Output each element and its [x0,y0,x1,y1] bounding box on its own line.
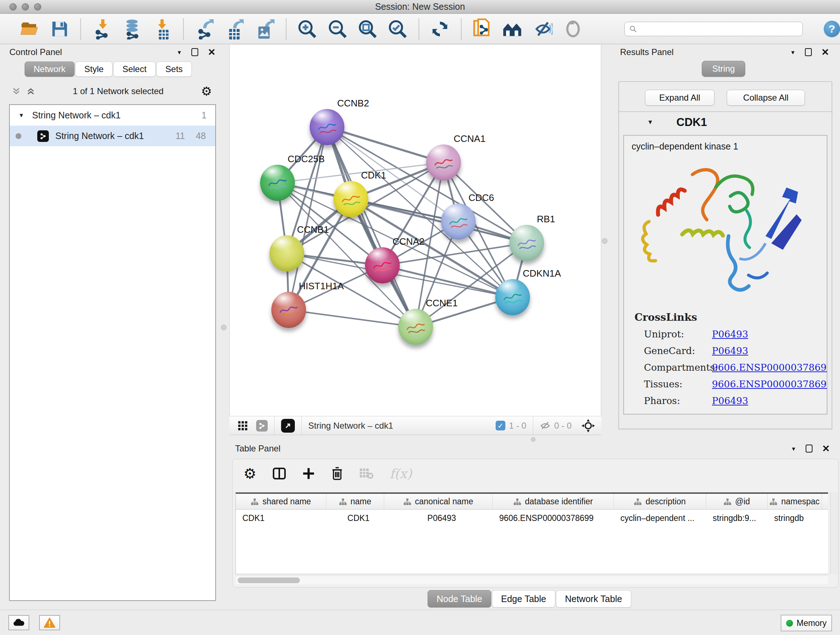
column-header-shared-name[interactable]: shared name [236,494,326,509]
collapse-all-button[interactable]: Collapse All [727,90,805,106]
network-node-cdkn1a[interactable] [495,279,530,315]
tab-sets[interactable]: Sets [156,62,192,77]
cloud-button[interactable] [8,615,29,630]
panel-float-icon[interactable] [191,48,198,56]
crosslink-link[interactable]: P06493 [712,395,748,406]
tab-select[interactable]: Select [113,62,156,77]
tab-node-table[interactable]: Node Table [428,590,491,608]
table-cell[interactable]: cyclin–dependent ... [614,513,706,523]
traffic-lights[interactable] [9,3,41,11]
tab-style[interactable]: Style [75,62,112,77]
delete-table-icon[interactable] [359,467,374,480]
network-node-hist1h1a[interactable] [271,292,306,328]
memory-button[interactable]: Memory [781,615,832,631]
network-canvas[interactable]: CCNB2CCNA1CDC25BCDK1CDC6RB1CCNB1CCNA2CDK… [229,45,601,416]
network-node-ccnb2[interactable] [309,109,344,145]
panel-menu-icon[interactable]: ▼ [791,446,796,452]
export-image-button[interactable] [255,19,275,40]
panel-menu-icon[interactable]: ▼ [790,49,796,55]
tab-network[interactable]: Network [25,62,74,77]
table-options-gear-icon[interactable]: ⚙ [243,467,256,480]
column-header--id[interactable]: @id [706,494,767,509]
delete-column-trash-icon[interactable] [331,467,343,480]
table-cell[interactable]: stringdb:9... [706,513,767,523]
help-button[interactable]: ? [824,21,840,37]
network-edge[interactable] [289,310,416,327]
share-document-button[interactable] [472,19,493,40]
warnings-button[interactable] [39,615,60,630]
grid-view-icon[interactable] [237,420,248,431]
crosslink-link[interactable]: 9606.ENSP00000378699 [712,362,827,373]
selected-checkbox-icon[interactable]: ✓ [496,421,505,431]
close-window-icon[interactable] [9,3,17,11]
show-columns-icon[interactable] [272,467,286,480]
network-share-icon[interactable] [256,420,268,432]
column-header-namespac[interactable]: namespac [767,494,822,509]
export-network-button[interactable] [195,19,215,40]
zoom-in-button[interactable] [297,19,317,40]
network-node-ccna1[interactable] [426,144,461,181]
birdseye-view-icon[interactable] [281,419,295,432]
network-node-cdk1[interactable] [333,181,368,217]
open-session-button[interactable] [19,19,39,40]
network-node-ccna2[interactable] [365,247,400,283]
network-edge[interactable] [351,199,527,243]
network-row-selected[interactable]: String Network – cdk1 11 48 [10,126,215,146]
maximize-window-icon[interactable] [34,3,41,11]
tab-edge-table[interactable]: Edge Table [492,590,555,608]
zoom-fit-button[interactable] [357,19,377,40]
zoom-out-button[interactable] [327,19,347,40]
string-home-button[interactable] [502,19,523,40]
show-selected-button[interactable] [563,19,583,40]
export-table-button[interactable] [225,19,245,40]
network-node-ccne1[interactable] [398,309,433,345]
network-node-rb1[interactable] [509,225,544,261]
table-cell[interactable]: P06493 [384,513,493,523]
table-vertical-scrollbar[interactable] [830,492,838,574]
panel-close-icon[interactable]: ✕ [821,49,829,56]
import-network-database-button[interactable] [122,19,142,40]
tab-network-table[interactable]: Network Table [556,590,631,608]
network-node-cdc6[interactable] [441,203,476,240]
node-table[interactable]: shared namenamecanonical namedatabase id… [235,492,828,574]
expand-all-chevron-icon[interactable] [11,87,21,96]
minimize-window-icon[interactable] [22,3,29,11]
crosslink-link[interactable]: P06493 [712,329,748,340]
function-builder-icon[interactable]: f(x) [390,466,412,481]
network-edge[interactable] [327,127,444,163]
search-input[interactable] [624,22,803,36]
scrollbar-thumb[interactable] [238,578,300,583]
refresh-button[interactable] [430,19,450,40]
network-options-gear-icon[interactable]: ⚙ [201,85,212,97]
panel-close-icon[interactable]: ✕ [208,49,216,56]
tab-string[interactable]: String [702,61,745,77]
crosshair-icon[interactable] [581,418,595,433]
network-collection-row[interactable]: ▼ String Network – cdk1 1 [10,105,215,126]
hide-selected-button[interactable] [533,19,553,40]
expand-all-button[interactable]: Expand All [645,90,714,106]
column-header-canonical-name[interactable]: canonical name [384,494,493,509]
right-splitter-handle[interactable] [602,238,607,244]
crosslink-link[interactable]: 9606.ENSP00000378699 [712,379,827,390]
left-splitter-handle[interactable] [221,325,226,330]
table-cell[interactable]: 9606.ENSP00000378699 [493,513,614,523]
panel-float-icon[interactable] [805,48,812,56]
collapse-all-chevron-icon[interactable] [26,87,35,96]
import-network-button[interactable] [92,19,112,40]
collapse-triangle-icon[interactable]: ▼ [647,119,653,126]
table-cell[interactable]: CDK1 [326,513,384,523]
table-cell[interactable]: stringdb [767,513,822,523]
network-node-ccnb1[interactable] [270,235,304,272]
table-cell[interactable]: CDK1 [236,513,326,523]
panel-float-icon[interactable] [806,445,813,453]
collapse-triangle-icon[interactable]: ▼ [19,112,24,119]
column-header-database-identifier[interactable]: database identifier [493,494,614,509]
network-edge[interactable] [327,127,416,327]
save-session-button[interactable] [50,19,69,40]
column-header-description[interactable]: description [614,494,706,509]
panel-close-icon[interactable]: ✕ [822,445,830,452]
network-node-cdc25b[interactable] [260,165,295,201]
bottom-splitter-handle[interactable] [531,437,535,442]
table-horizontal-scrollbar[interactable] [235,576,828,584]
column-header-name[interactable]: name [326,494,384,509]
